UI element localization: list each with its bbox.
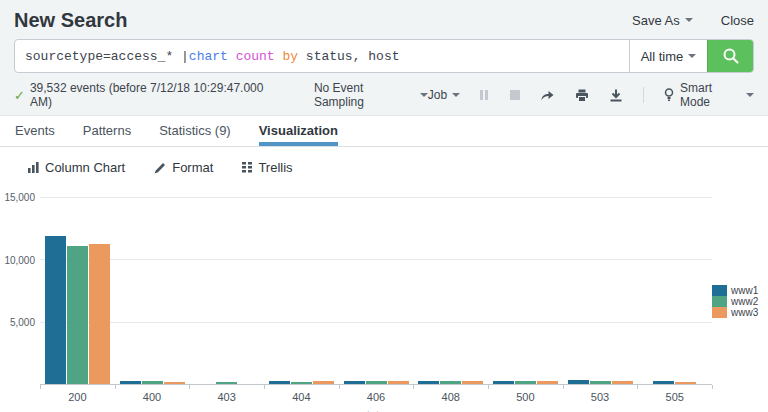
- axis-tick: [563, 385, 564, 389]
- x-tick-label: 505: [637, 391, 712, 403]
- trellis-label: Trellis: [258, 160, 292, 175]
- bar-www1-404[interactable]: [269, 381, 290, 384]
- save-as-button[interactable]: Save As: [632, 13, 693, 28]
- query-segment: chart: [189, 49, 228, 64]
- x-tick-label: 200: [40, 391, 115, 403]
- caret-down-icon: [452, 93, 460, 97]
- x-tick-label: 404: [264, 391, 339, 403]
- x-tick-label: 406: [339, 391, 414, 403]
- bar-group-406: [339, 197, 414, 384]
- axis-tick: [40, 385, 41, 389]
- tab-events[interactable]: Events: [15, 116, 55, 146]
- column-chart: 15,00010,0005,000 2004004034044064085005…: [0, 197, 768, 412]
- export-icon[interactable]: [609, 89, 623, 102]
- bar-www1-200[interactable]: [45, 236, 66, 384]
- bar-www3-503[interactable]: [612, 381, 633, 384]
- stop-icon[interactable]: [510, 90, 520, 100]
- bar-www3-400[interactable]: [164, 382, 185, 384]
- search-mode-button[interactable]: Smart Mode: [664, 81, 754, 109]
- axis-tick: [339, 385, 340, 389]
- tab-visualization[interactable]: Visualization: [259, 116, 338, 146]
- plot-area: [40, 197, 712, 385]
- lightbulb-icon: [664, 88, 674, 102]
- axis-tick: [189, 385, 190, 389]
- event-sampling-button[interactable]: No Event Sampling: [314, 81, 428, 109]
- query-segment: sourcetype=access_* |: [25, 49, 189, 64]
- bar-www1-406[interactable]: [344, 381, 365, 384]
- legend-label: www2: [731, 296, 758, 307]
- tab-patterns[interactable]: Patterns: [83, 116, 131, 146]
- caret-down-icon: [420, 93, 428, 97]
- save-as-label: Save As: [632, 13, 680, 28]
- job-menu-button[interactable]: Job: [428, 88, 460, 102]
- bar-www1-400[interactable]: [120, 381, 141, 384]
- query-segment: status, host: [298, 49, 399, 64]
- close-button[interactable]: Close: [721, 13, 754, 28]
- y-tick-label: 15,000: [4, 192, 35, 203]
- search-query-input[interactable]: sourcetype=access_* |chart count by stat…: [15, 40, 629, 72]
- legend-swatch: [712, 296, 727, 307]
- legend-item-www2[interactable]: www2: [712, 296, 768, 307]
- search-bar: sourcetype=access_* |chart count by stat…: [14, 39, 754, 73]
- x-tick-label: 403: [189, 391, 264, 403]
- legend-label: www1: [731, 285, 758, 296]
- axis-tick: [637, 385, 638, 389]
- bar-www2-404[interactable]: [291, 382, 312, 384]
- axis-tick: [488, 385, 489, 389]
- x-tick-label: 408: [413, 391, 488, 403]
- legend-swatch: [712, 307, 727, 318]
- search-mode-label: Smart Mode: [680, 81, 740, 109]
- bar-www2-400[interactable]: [142, 381, 163, 384]
- time-range-picker[interactable]: All time: [629, 40, 707, 72]
- legend-swatch: [712, 285, 727, 296]
- bar-www3-200[interactable]: [89, 244, 110, 384]
- bar-www2-403[interactable]: [216, 382, 237, 384]
- job-label: Job: [428, 88, 447, 102]
- legend-label: www3: [731, 307, 758, 318]
- bar-www1-505[interactable]: [653, 381, 674, 384]
- bar-group-200: [40, 197, 115, 384]
- axis-tick: [264, 385, 265, 389]
- bar-www1-408[interactable]: [418, 381, 439, 384]
- divider: [643, 87, 644, 103]
- chart-type-button[interactable]: Column Chart: [28, 160, 125, 175]
- bar-www3-408[interactable]: [462, 381, 483, 384]
- bar-www3-500[interactable]: [537, 381, 558, 384]
- trellis-button[interactable]: Trellis: [242, 160, 292, 175]
- tab-statistics[interactable]: Statistics (9): [159, 116, 231, 146]
- x-tick-label: 400: [115, 391, 190, 403]
- caret-down-icon: [685, 18, 693, 22]
- bar-www3-505[interactable]: [675, 382, 696, 384]
- print-icon[interactable]: [575, 89, 589, 102]
- header-row: New Search Save As Close: [14, 6, 754, 34]
- share-icon[interactable]: [540, 89, 555, 102]
- format-button[interactable]: Format: [154, 160, 213, 175]
- plot-column: 200400403404406408500503505 status: [40, 197, 712, 412]
- x-axis-ticks: [40, 385, 712, 389]
- bar-www2-200[interactable]: [67, 246, 88, 384]
- bar-www2-500[interactable]: [515, 381, 536, 384]
- bar-www2-408[interactable]: [440, 381, 461, 384]
- bar-www2-406[interactable]: [366, 381, 387, 384]
- bar-www1-500[interactable]: [493, 381, 514, 384]
- pause-icon[interactable]: [480, 90, 490, 100]
- bar-group-404: [264, 197, 339, 384]
- bar-group-408: [413, 197, 488, 384]
- job-status-bar: ✓ 39,532 events (before 7/12/18 10:29:47…: [14, 81, 754, 109]
- format-label: Format: [172, 160, 213, 175]
- search-icon: [721, 46, 741, 66]
- bar-group-403: [189, 197, 264, 384]
- legend-item-www1[interactable]: www1: [712, 285, 768, 296]
- x-tick-label: 500: [488, 391, 563, 403]
- legend-item-www3[interactable]: www3: [712, 307, 768, 318]
- bar-www3-404[interactable]: [313, 381, 334, 384]
- search-button[interactable]: [707, 40, 753, 72]
- job-controls: Job: [428, 81, 754, 109]
- close-label: Close: [721, 13, 754, 28]
- caret-down-icon: [688, 54, 696, 58]
- bar-www3-406[interactable]: [388, 381, 409, 384]
- column-chart-icon: [28, 162, 39, 173]
- bar-www2-503[interactable]: [590, 381, 611, 384]
- time-range-label: All time: [641, 49, 684, 64]
- bar-www1-503[interactable]: [568, 380, 589, 384]
